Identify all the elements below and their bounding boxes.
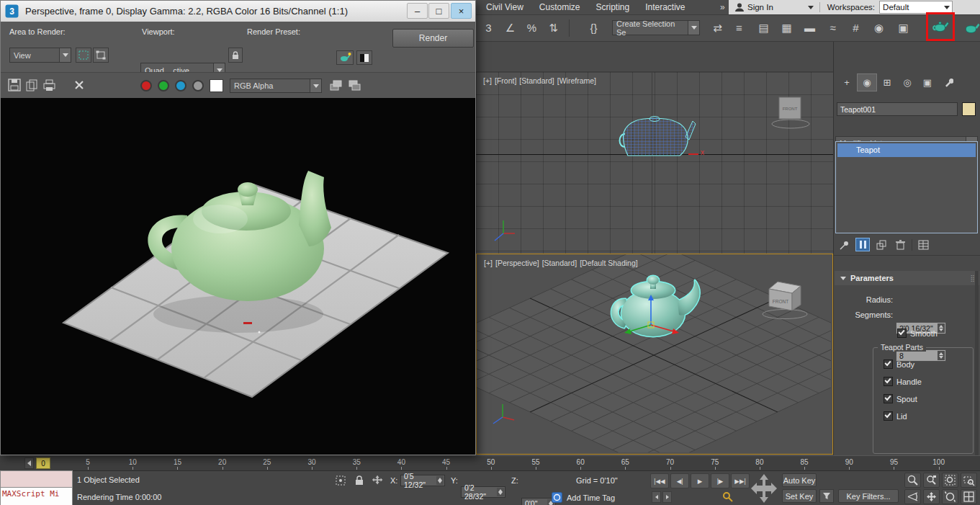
radius-spinner[interactable] — [938, 323, 945, 333]
timeline-tick[interactable]: 100 — [917, 457, 961, 470]
smooth-checkbox-row[interactable]: Smooth — [897, 329, 938, 338]
show-end-result-icon[interactable] — [855, 238, 870, 251]
add-time-tag-icon[interactable] — [552, 492, 562, 505]
mono-channel-icon[interactable] — [192, 80, 204, 91]
sign-in-chevron-icon[interactable] — [808, 6, 814, 9]
viewport-lock-icon[interactable] — [228, 48, 243, 63]
part-checkbox-row[interactable]: Body — [884, 359, 922, 369]
y-coordinate-field[interactable]: 0'2 28/32" — [461, 486, 505, 498]
part-checkbox[interactable] — [884, 411, 893, 421]
channel-display-combo[interactable]: RGB Alpha — [230, 79, 322, 93]
previous-key-button[interactable] — [652, 491, 661, 503]
rendered-frame-titlebar[interactable]: 3 Perspective, frame 0, Display Gamma: 2… — [1, 1, 475, 22]
viewport-label-segment[interactable]: [Standard] — [519, 76, 554, 85]
isolate-selection-icon[interactable] — [334, 474, 347, 490]
part-checkbox-row[interactable]: Lid — [884, 411, 922, 421]
remove-modifier-icon[interactable] — [893, 238, 907, 251]
navigation-pad-icon[interactable] — [749, 473, 779, 505]
teapot-wireframe[interactable] — [616, 115, 697, 163]
maxscript-macro-row[interactable] — [0, 470, 73, 488]
modifier-stack-row[interactable]: Teapot — [837, 143, 976, 157]
align-icon[interactable]: ≡ — [729, 17, 750, 38]
menu-item[interactable]: Interactive — [637, 0, 693, 14]
timeline-tick[interactable]: 60 — [558, 457, 603, 470]
menu-item[interactable]: Civil View — [478, 0, 531, 14]
edit-named-sets-icon[interactable]: {} — [583, 17, 604, 38]
render-button[interactable]: Render — [392, 29, 474, 48]
render-iterative-icon[interactable] — [961, 17, 980, 38]
red-channel-icon[interactable] — [140, 80, 152, 91]
clear-image-icon[interactable] — [73, 79, 86, 94]
auto-region-icon[interactable] — [93, 48, 109, 63]
viewcube-perspective[interactable]: FRONT — [756, 273, 814, 323]
key-filter-icon[interactable] — [819, 489, 834, 503]
make-unique-icon[interactable] — [874, 238, 889, 251]
viewport-front[interactable]: [+][Front][Standard][Wireframe] x — [476, 72, 833, 254]
transport-button[interactable]: ▶▶| — [731, 473, 750, 488]
absolute-mode-icon[interactable] — [372, 474, 385, 490]
selection-lock-icon[interactable] — [353, 474, 366, 490]
mirror-icon[interactable]: ⇄ — [707, 17, 728, 38]
tab-create[interactable]: + — [837, 73, 857, 91]
orbit-icon[interactable] — [942, 489, 958, 504]
snaps-toggle-icon[interactable]: 3 — [478, 17, 499, 38]
named-selection-combo[interactable]: Create Selection Se — [612, 20, 700, 35]
material-editor-icon[interactable]: ◉ — [868, 17, 889, 38]
timeline-tick[interactable]: 30 — [289, 457, 334, 470]
key-filters-button[interactable]: Key Filters... — [838, 489, 899, 503]
blue-channel-icon[interactable] — [175, 80, 186, 91]
viewport-label-segment[interactable]: [+] — [484, 259, 493, 267]
timeline-left-arrow[interactable] — [24, 457, 34, 469]
tab-modify[interactable]: ◉ — [857, 73, 877, 91]
menu-item[interactable]: Customize — [531, 0, 588, 14]
maximize-viewport-icon[interactable] — [961, 489, 977, 504]
close-button[interactable]: × — [451, 3, 472, 19]
timeline-tick[interactable]: 10 — [110, 457, 155, 470]
pan-icon[interactable] — [923, 489, 940, 504]
zoom-extents-icon[interactable] — [942, 473, 958, 488]
object-color-swatch[interactable] — [962, 102, 976, 116]
timeline-tick[interactable]: 70 — [647, 457, 692, 470]
part-checkbox[interactable] — [884, 377, 893, 386]
part-checkbox-row[interactable]: Spout — [884, 394, 922, 403]
viewport-label-segment[interactable]: [+] — [483, 76, 492, 85]
layer-explorer-icon[interactable]: ▤ — [753, 17, 774, 38]
timeline-tick[interactable]: 35 — [334, 457, 379, 470]
render-setup-icon[interactable]: ▣ — [893, 17, 914, 38]
pin-stack-icon[interactable] — [837, 238, 851, 251]
save-image-icon[interactable] — [8, 79, 22, 95]
z-coordinate-field[interactable]: 0'0" — [521, 498, 556, 505]
viewport-label-segment[interactable]: [Front] — [495, 76, 516, 85]
timeline-tick[interactable]: 65 — [603, 457, 647, 470]
spinner-snap-icon[interactable]: ⇅ — [543, 17, 564, 38]
set-key-button[interactable]: Set Key — [782, 489, 817, 503]
timeline-tick[interactable]: 80 — [737, 457, 782, 470]
timeline-tick[interactable]: 5 — [66, 457, 110, 470]
next-key-button[interactable] — [662, 491, 672, 503]
x-coordinate-field[interactable]: 0'5 12/32" — [400, 475, 445, 486]
rendered-frame-window[interactable]: 3 Perspective, frame 0, Display Gamma: 2… — [0, 0, 476, 455]
edit-region-icon[interactable] — [76, 48, 91, 63]
viewport-label-segment[interactable]: [Perspective] — [495, 259, 539, 267]
key-mode-toggle-icon[interactable] — [721, 491, 734, 505]
timeline[interactable]: 0 51015202530354045505560657075808590951… — [0, 455, 980, 470]
timeline-tick[interactable]: 90 — [827, 457, 871, 470]
time-slider-handle[interactable]: 0 — [36, 457, 50, 469]
field-of-view-icon[interactable] — [904, 489, 921, 504]
rendered-image[interactable] — [1, 98, 475, 455]
timeline-tick[interactable]: 85 — [782, 457, 827, 470]
menu-item[interactable]: Scripting — [588, 0, 637, 14]
viewport-label-segment[interactable]: [Standard] — [542, 259, 577, 267]
timeline-tick[interactable]: 40 — [379, 457, 423, 470]
zoom-region-icon[interactable] — [961, 473, 977, 488]
print-image-icon[interactable] — [42, 79, 56, 95]
viewport-label-segment[interactable]: [Wireframe] — [557, 76, 596, 85]
scene-explorer-icon[interactable]: ▦ — [776, 17, 797, 38]
viewport-perspective[interactable]: [+][Perspective][Standard][Default Shadi… — [476, 254, 833, 455]
green-channel-icon[interactable] — [158, 80, 169, 91]
minimize-button[interactable]: – — [407, 3, 428, 19]
render-production-button[interactable] — [926, 12, 955, 41]
maxscript-mini-listener[interactable]: MAXScript Mi — [0, 488, 73, 505]
percent-snap-icon[interactable]: % — [521, 17, 542, 38]
timeline-tick[interactable]: 55 — [513, 457, 558, 470]
